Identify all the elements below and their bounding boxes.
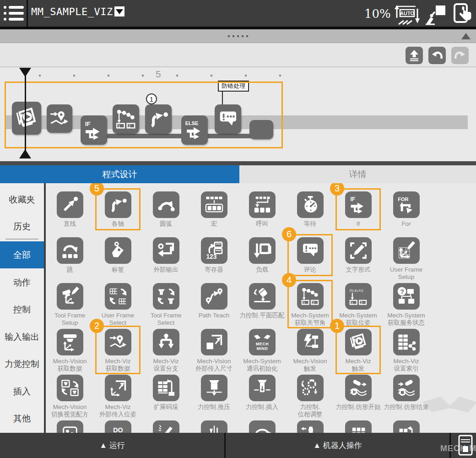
palette-tile-grid-shift[interactable] bbox=[382, 420, 430, 433]
bottom-bar: ▲ 运行 ▲ 机器人操作 MECH MIND bbox=[0, 433, 476, 458]
palette-tile-ms-status[interactable]: ?Mech-System 获取服务状态 bbox=[382, 283, 430, 326]
force-insert-icon bbox=[249, 375, 276, 401]
palette-tile-force-insert[interactable]: 力控制.插入 bbox=[238, 375, 286, 418]
run-panel-button[interactable]: ▲ 运行 bbox=[0, 433, 224, 458]
palette-tile-viz-branch[interactable]: Mech-Viz 设置分支 bbox=[142, 329, 190, 372]
palette-tile-register[interactable]: 123寄存器 bbox=[190, 237, 238, 280]
palette-tile-jump[interactable]: 跳 bbox=[46, 237, 94, 280]
palette-tile-wait[interactable]: 等待 bbox=[286, 191, 334, 228]
redo-button[interactable] bbox=[451, 47, 469, 64]
palette-tile-ms-joints[interactable]: 12Mech-System 获取关节角4 bbox=[286, 283, 334, 326]
undo-button[interactable] bbox=[428, 47, 446, 64]
palette-tile-label: Mech-Viz 触发 bbox=[331, 358, 385, 372]
comment-annotation: 防错处理 bbox=[218, 81, 249, 92]
tab-program-design[interactable]: 程式设计 bbox=[0, 165, 239, 183]
svg-text:IF: IF bbox=[85, 120, 91, 127]
sidebar-item-5[interactable]: 控制 bbox=[0, 298, 44, 321]
palette-tile-if[interactable]: IFIf3 bbox=[334, 191, 382, 228]
palette-tile-macro[interactable]: 宏 bbox=[190, 191, 238, 228]
palette-tile-text-form[interactable]: 文字形式 bbox=[334, 237, 382, 280]
sidebar-item-2[interactable]: 历史 bbox=[0, 215, 44, 238]
playhead[interactable] bbox=[25, 68, 26, 158]
collapse-up-icon[interactable] bbox=[461, 33, 471, 39]
timeline-node-end-block[interactable] bbox=[249, 120, 273, 139]
palette-tile-line-move[interactable]: 直线 bbox=[46, 191, 94, 228]
palette-tile-tool-frame-select[interactable]: Tool Frame Select bbox=[142, 283, 190, 326]
palette-tile-mv-recipe[interactable]: Mech-Vision 切换视觉配方 bbox=[46, 375, 94, 418]
sidebar-item-3[interactable]: 全部 bbox=[0, 241, 44, 268]
palette-tile-force-plane[interactable]: 力控制.平面匹配 bbox=[238, 283, 286, 326]
palette-tile-viz-pose[interactable]: Mech-Viz 外部传入位姿 bbox=[94, 375, 142, 418]
palette-tile-grid-nine[interactable] bbox=[334, 420, 382, 433]
playhead-bottom-handle[interactable] bbox=[19, 149, 31, 158]
robot-operation-panel-button[interactable]: ▲ 机器人操作 bbox=[226, 433, 449, 458]
touch-screen-icon[interactable] bbox=[452, 3, 474, 26]
palette-tile-label: Mech-Vision 外部传入尺寸 bbox=[187, 358, 241, 372]
palette-tile-force-profile-start[interactable]: 力控制.仿形开始 bbox=[334, 375, 382, 418]
ms-pose-icon: (x₁,y₁,z₁)12 bbox=[345, 283, 372, 310]
palette-tile-do[interactable]: DO bbox=[94, 420, 142, 433]
branch-connector bbox=[90, 134, 260, 138]
palette-tile-ms-pose[interactable]: (x₁,y₁,z₁)12Mech-System 获取位姿 bbox=[334, 283, 382, 326]
timeline-node-comment[interactable] bbox=[215, 104, 241, 134]
timeline-node-ms-joints[interactable]: 12 bbox=[113, 104, 139, 134]
auto-mode-icon[interactable]: AUTO bbox=[394, 4, 421, 25]
palette-tile-force-phase[interactable]: 力控制. 位相调整 bbox=[286, 375, 334, 418]
palette-tile-label-tag[interactable]: 标签 bbox=[94, 237, 142, 280]
svg-text:DO: DO bbox=[113, 426, 123, 433]
timeline-node-viz-trigger[interactable] bbox=[12, 102, 41, 135]
palette-tile-joint-move[interactable]: 各轴5 bbox=[94, 191, 142, 228]
palette-tile-force-push[interactable]: 力控制.推压 bbox=[190, 375, 238, 418]
palette-tile-viz-index[interactable]: Mech-Viz 设置索引 bbox=[382, 329, 430, 372]
palette-tile-palletize[interactable]: 扩展码垛 bbox=[142, 375, 190, 418]
palette-tile-io-grid[interactable] bbox=[46, 420, 94, 433]
sidebar-item-6[interactable]: 输入输出 bbox=[0, 326, 44, 349]
ms-init-icon: MECHMIND bbox=[249, 329, 276, 355]
program-title[interactable]: MM_SAMPLE_VIZ bbox=[31, 6, 124, 17]
palette-tile-call[interactable]: 呼叫 bbox=[238, 191, 286, 228]
speed-indicator[interactable]: 10% bbox=[364, 7, 391, 21]
palette-tile-robot-back[interactable] bbox=[286, 420, 334, 433]
pendant-panel-icon[interactable] bbox=[458, 435, 473, 456]
hamburger-menu-icon[interactable] bbox=[4, 5, 24, 22]
palette-tile-ms-init[interactable]: MECHMINDMech-System 通讯初始化 bbox=[238, 329, 286, 372]
timeline-node-joint-move[interactable] bbox=[145, 104, 172, 134]
ms-status-icon: ? bbox=[393, 283, 420, 310]
palette-tile-label: For bbox=[379, 220, 433, 228]
palette-tile-mv-size[interactable]: Mech-Vision 外部传入尺寸 bbox=[190, 329, 238, 372]
timeline-node-viz-getdata[interactable] bbox=[47, 104, 72, 133]
playhead-top-handle[interactable] bbox=[19, 68, 31, 77]
palette-tile-user-frame-select[interactable]: User Frame Select bbox=[94, 283, 142, 326]
chevron-down-icon[interactable] bbox=[114, 6, 124, 16]
timeline-node-else-node[interactable]: ELSE bbox=[181, 115, 208, 145]
palette-tile-rotate-tool[interactable] bbox=[238, 420, 286, 433]
palette-tile-force-profile-end[interactable]: 力控制.仿形结束 bbox=[382, 375, 430, 418]
sidebar-item-1[interactable]: 收藏夹 bbox=[0, 188, 44, 211]
palette-tile-label: User Frame Setup bbox=[379, 266, 433, 280]
palette-tile-spray[interactable] bbox=[142, 420, 190, 433]
palette-tile-arc-move[interactable]: 圆弧 bbox=[142, 191, 190, 228]
sidebar-item-8[interactable]: 插入 bbox=[0, 380, 44, 403]
palette-tile-payload[interactable]: 负载 bbox=[238, 237, 286, 280]
palette-tile-for[interactable]: FORFor bbox=[382, 191, 430, 228]
palette-tile-comment[interactable]: 评论6 bbox=[286, 237, 334, 280]
wait-icon bbox=[297, 191, 324, 218]
palette-tile-mv-trigger[interactable]: Mech-Vision 触发 bbox=[286, 329, 334, 372]
palette-tile-mv-getdata[interactable]: Mech-Vision 获取数据 bbox=[46, 329, 94, 372]
drag-handle-bar[interactable] bbox=[0, 29, 476, 43]
robot-project-icon[interactable] bbox=[425, 4, 447, 25]
palette-tile-user-frame-setup[interactable]: User Frame Setup bbox=[382, 237, 430, 280]
palette-tile-path-teach[interactable]: Path Teach bbox=[190, 283, 238, 326]
palette-tile-label: 扩展码垛 bbox=[139, 403, 193, 411]
palette-tile-viz-trigger[interactable]: Mech-Viz 触发1 bbox=[334, 329, 382, 372]
timeline-node-if[interactable]: IF bbox=[81, 115, 107, 145]
sidebar-item-7[interactable]: 力觉控制 bbox=[0, 353, 44, 376]
palette-tile-viz-getdata[interactable]: Mech-Viz 获取数据2 bbox=[94, 329, 142, 372]
upload-button[interactable] bbox=[406, 47, 423, 64]
tab-details[interactable]: 详情 bbox=[239, 165, 476, 183]
palette-tile-ext-output[interactable]: 外部输出 bbox=[142, 237, 190, 280]
sidebar-item-9[interactable]: 其他 bbox=[0, 407, 44, 430]
sidebar-item-4[interactable]: 动作 bbox=[0, 271, 44, 294]
palette-tile-caliper[interactable] bbox=[190, 420, 238, 433]
palette-tile-tool-frame-setup[interactable]: Tool Frame Setup bbox=[46, 283, 94, 326]
